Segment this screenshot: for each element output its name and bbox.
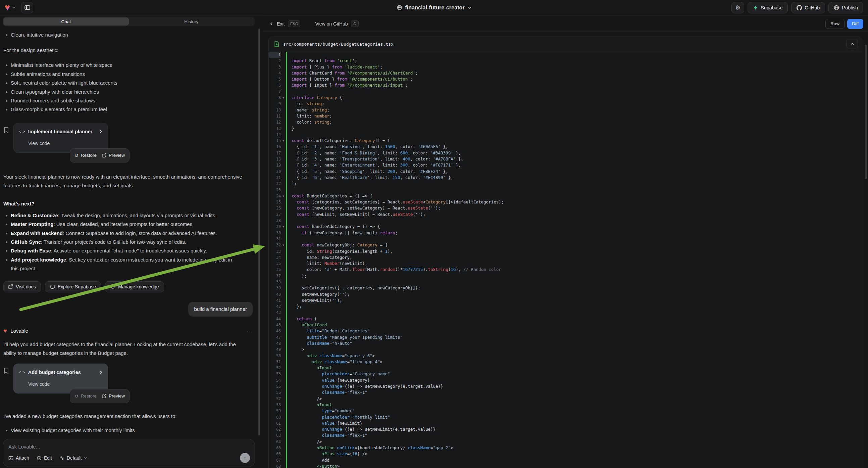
code-text — [286, 131, 862, 138]
publish-button[interactable]: Publish — [829, 2, 863, 13]
chat-scrollbar[interactable] — [258, 29, 260, 435]
code-line: 53 placeholder="Category name" — [269, 371, 862, 377]
code-text: return ( — [286, 316, 862, 322]
chat-composer[interactable]: Ask Lovable... Attach Edit Default ↑ — [3, 439, 255, 467]
esc-shortcut-badge: ESC — [288, 21, 300, 27]
line-number: 21 — [269, 175, 281, 181]
visit-docs-button[interactable]: Visit docs — [3, 281, 41, 292]
github-icon — [797, 5, 802, 10]
view-on-github-button[interactable]: View on GitHub G — [315, 21, 359, 27]
message-overflow-menu[interactable]: ⋯ — [247, 327, 253, 335]
code-line: 5import { Button } from '@/components/ui… — [269, 76, 862, 82]
preview-button[interactable]: Preview — [102, 392, 125, 401]
code-line: 2import React from 'react'; — [269, 58, 862, 64]
line-number: 9 — [269, 101, 281, 107]
explore-supabase-button[interactable]: Explore Supabase — [45, 281, 101, 292]
code-line: 48 className="h-auto" — [269, 341, 862, 347]
code-line: 56 className="flex-1" — [269, 389, 862, 396]
fold-spacer — [281, 144, 286, 150]
line-number: 18 — [269, 156, 281, 162]
bookmark-icon[interactable] — [3, 123, 9, 163]
project-menu-chevron-icon[interactable] — [468, 6, 472, 10]
tab-history[interactable]: History — [129, 18, 254, 26]
fold-spacer — [281, 125, 286, 131]
code-line: 29▼ const handleAddCategory = () => { — [269, 224, 862, 230]
fold-chevron-icon[interactable]: ▼ — [281, 242, 286, 248]
line-number: 58 — [269, 402, 281, 408]
fold-chevron-icon[interactable]: ▼ — [281, 95, 286, 101]
line-number: 29 — [269, 224, 281, 230]
code-text: className="flex-1" — [286, 389, 862, 396]
code-text: } — [286, 125, 862, 131]
view-code-link[interactable]: View code — [28, 139, 103, 148]
code-line: 49 > — [269, 347, 862, 352]
model-mode-selector[interactable]: Default — [59, 455, 87, 461]
version-card-title: Implement financial planner — [28, 127, 93, 136]
toggle-sidebar-button[interactable] — [21, 2, 33, 13]
restore-button[interactable]: ↺Restore — [74, 392, 97, 401]
code-line: 46 title="Budget Categories" — [269, 328, 862, 334]
raw-toggle-button[interactable]: Raw — [826, 19, 844, 29]
tab-chat[interactable]: Chat — [3, 18, 129, 26]
version-actions-pill: ↺Restore Preview — [70, 148, 129, 163]
collapse-file-button[interactable] — [846, 39, 858, 49]
line-number: 32 — [269, 242, 281, 248]
code-text: value={newCategory} — [286, 377, 862, 383]
fold-spacer — [281, 181, 286, 187]
attach-button[interactable]: Attach — [8, 455, 29, 461]
send-button[interactable]: ↑ — [240, 453, 250, 463]
line-number: 41 — [269, 297, 281, 303]
next-step-item: Add project knowledge: Set key context o… — [3, 256, 239, 273]
line-number: 16 — [269, 144, 281, 150]
fold-spacer — [281, 451, 286, 457]
file-header[interactable]: src/components/budget/BudgetCategories.t… — [269, 37, 862, 51]
code-scrollbar[interactable] — [865, 45, 867, 179]
chat-message-list: Clean, intuitive navigation For the desi… — [0, 27, 257, 437]
fold-spacer — [281, 156, 286, 162]
chat-input[interactable]: Ask Lovable... — [8, 444, 249, 449]
code-text: name: newCategory, — [286, 255, 862, 261]
fold-spacer — [281, 211, 286, 217]
github-button[interactable]: GitHub — [791, 2, 825, 13]
attach-image-icon — [8, 456, 13, 461]
view-code-link[interactable]: View code — [28, 380, 103, 388]
select-target-icon — [37, 456, 41, 461]
lovable-logo-icon[interactable]: ♥ — [5, 3, 10, 12]
line-number: 64 — [269, 439, 281, 445]
code-line: 54 value={newCategory} — [269, 377, 862, 383]
code-line: 17 { id: '2', name: 'Food & Dining', lim… — [269, 150, 862, 156]
exit-button[interactable]: Exit ESC — [270, 21, 300, 27]
code-text: { id: '5', name: 'Shopping', limit: 200,… — [286, 169, 862, 175]
restore-button[interactable]: ↺Restore — [74, 151, 97, 160]
fold-chevron-icon[interactable]: ▼ — [281, 193, 286, 199]
supabase-button[interactable]: Supabase — [748, 2, 788, 13]
user-message: build a financial planner — [188, 302, 253, 317]
chat-panel: Chat History Clean, intuitive navigation… — [0, 16, 261, 468]
edit-mode-button[interactable]: Edit — [37, 455, 52, 461]
project-title[interactable]: financial-future-creator — [405, 5, 465, 11]
settings-button[interactable]: ⚙ — [732, 2, 744, 13]
fold-spacer — [281, 432, 286, 438]
code-line: 45 <ChartCard — [269, 322, 862, 328]
line-number: 30 — [269, 230, 281, 236]
fold-chevron-icon[interactable]: ▼ — [281, 138, 286, 144]
line-number: 51 — [269, 359, 281, 365]
line-number: 34 — [269, 255, 281, 261]
logo-menu-chevron-icon[interactable] — [12, 6, 16, 9]
code-line: 33 id: String(categories.length + 1), — [269, 248, 862, 255]
code-line: 63 className="flex-1" — [269, 432, 862, 438]
diff-toggle-button[interactable]: Diff — [847, 19, 863, 29]
external-link-icon — [102, 153, 106, 157]
code-text: name: string; — [286, 107, 862, 113]
code-text: setNewCategory(''); — [286, 291, 862, 297]
manage-knowledge-button[interactable]: Manage knowledge — [105, 281, 164, 292]
line-number: 14 — [269, 131, 281, 138]
line-number: 49 — [269, 347, 281, 352]
code-line: 25 const [categories, setCategories] = R… — [269, 199, 862, 205]
line-number: 28 — [269, 217, 281, 224]
code-line: 36 color: '#' + Math.floor(Math.random()… — [269, 267, 862, 273]
bookmark-icon[interactable] — [3, 363, 9, 403]
fold-chevron-icon[interactable]: ▼ — [281, 224, 286, 230]
line-number: 5 — [269, 76, 281, 82]
preview-button[interactable]: Preview — [102, 151, 125, 160]
